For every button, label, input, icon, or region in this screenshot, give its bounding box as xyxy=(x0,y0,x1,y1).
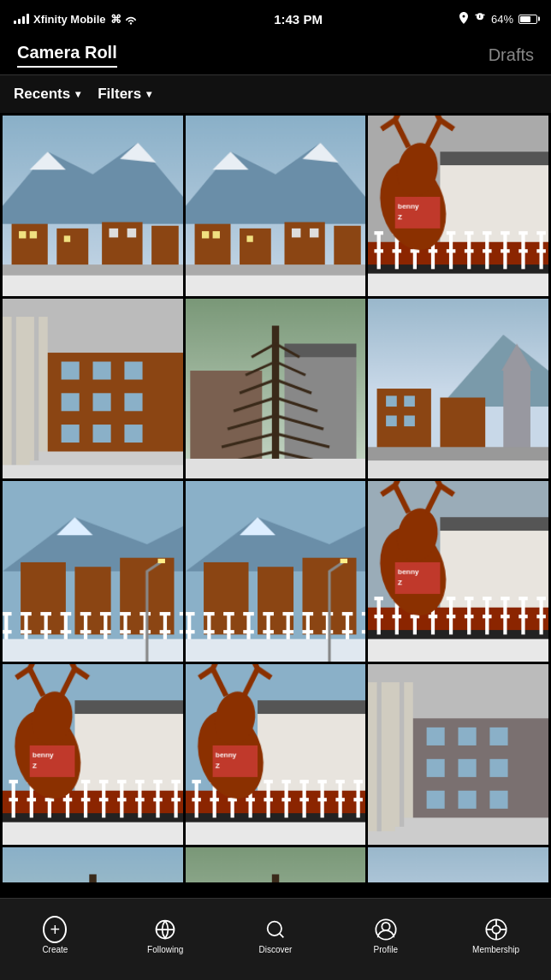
alarm-icon xyxy=(474,12,486,27)
photo-cell[interactable] xyxy=(3,116,183,296)
profile-icon xyxy=(374,918,398,941)
create-label: Create xyxy=(42,945,68,954)
photo-cell[interactable] xyxy=(3,299,183,479)
photo-cell[interactable] xyxy=(368,664,548,845)
status-bar: Xfinity Mobile ⌘ 1:43 PM 64% xyxy=(0,0,551,38)
following-icon xyxy=(153,918,177,941)
recents-filter-button[interactable]: Recents ▾ xyxy=(14,86,80,103)
photo-cell[interactable] xyxy=(186,116,366,296)
recents-label: Recents xyxy=(14,86,70,103)
photo-cell[interactable] xyxy=(186,481,366,662)
svg-point-1 xyxy=(268,922,281,935)
signal-bars-icon xyxy=(14,14,29,24)
drafts-tab[interactable]: Drafts xyxy=(489,45,534,65)
create-icon: + xyxy=(43,918,67,941)
discover-icon xyxy=(264,918,287,941)
filters-filter-button[interactable]: Filters ▾ xyxy=(98,86,151,103)
photo-cell[interactable] xyxy=(368,481,548,662)
photo-cell[interactable] xyxy=(368,847,548,882)
membership-label: Membership xyxy=(472,945,519,954)
nav-item-profile[interactable]: Profile xyxy=(330,918,441,954)
photo-grid-container xyxy=(0,113,551,882)
bottom-nav: + Create Following Discover xyxy=(0,898,551,980)
location-icon xyxy=(459,12,469,27)
photo-cell[interactable] xyxy=(186,664,366,845)
filters-chevron-icon: ▾ xyxy=(146,88,151,100)
nav-item-following[interactable]: Following xyxy=(110,918,221,954)
photo-cell[interactable] xyxy=(3,664,183,845)
profile-label: Profile xyxy=(374,945,398,954)
discover-label: Discover xyxy=(259,945,293,954)
photo-cell[interactable] xyxy=(3,847,183,882)
photo-cell[interactable] xyxy=(368,299,548,479)
following-label: Following xyxy=(147,945,183,954)
camera-roll-tab[interactable]: Camera Roll xyxy=(17,43,117,68)
status-left: Xfinity Mobile ⌘ xyxy=(14,13,138,26)
nav-item-create[interactable]: + Create xyxy=(0,918,110,954)
battery-percent: 64% xyxy=(491,13,513,26)
filters-label: Filters xyxy=(98,86,141,103)
membership-icon xyxy=(484,918,508,941)
battery-icon xyxy=(518,15,537,24)
photo-grid xyxy=(0,113,551,882)
filter-bar: Recents ▾ Filters ▾ xyxy=(0,75,551,113)
wifi-icon: ⌘ xyxy=(110,13,139,26)
photo-cell[interactable] xyxy=(186,847,366,882)
photo-cell[interactable] xyxy=(3,481,183,662)
svg-point-5 xyxy=(492,925,500,933)
nav-item-membership[interactable]: Membership xyxy=(441,918,551,954)
photo-cell[interactable] xyxy=(368,116,548,296)
carrier-label: Xfinity Mobile xyxy=(33,13,106,26)
status-right: 64% xyxy=(459,12,537,27)
nav-item-discover[interactable]: Discover xyxy=(221,918,331,954)
photo-cell[interactable] xyxy=(186,299,366,479)
svg-point-2 xyxy=(382,923,389,930)
status-time: 1:43 PM xyxy=(274,12,323,27)
recents-chevron-icon: ▾ xyxy=(75,88,80,100)
header: Camera Roll Drafts xyxy=(0,38,551,75)
